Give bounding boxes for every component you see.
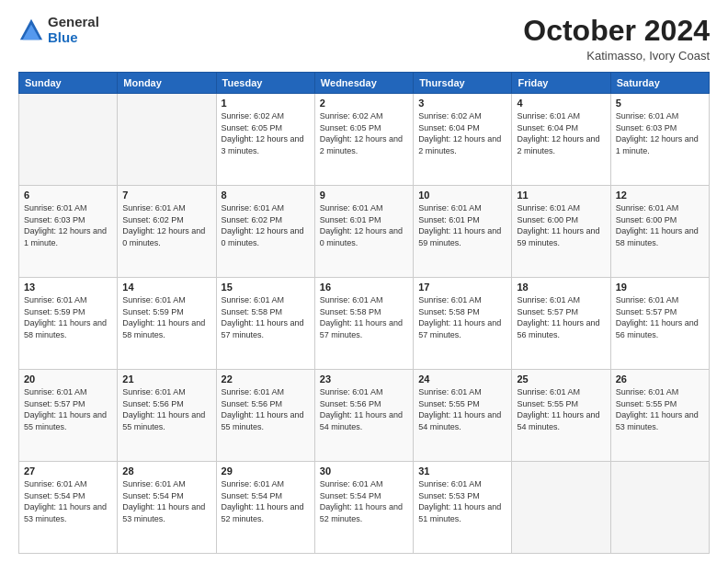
month-title: October 2024 xyxy=(523,15,710,47)
logo-icon xyxy=(18,17,44,43)
title-block: October 2024 Katimasso, Ivory Coast xyxy=(523,15,710,63)
col-monday: Monday xyxy=(118,73,216,94)
day-number: 17 xyxy=(418,282,506,293)
logo-general: General xyxy=(48,15,99,30)
table-row: 28Sunrise: 6:01 AM Sunset: 5:54 PM Dayli… xyxy=(118,462,216,554)
day-info: Sunrise: 6:01 AM Sunset: 6:00 PM Dayligh… xyxy=(616,202,704,248)
col-wednesday: Wednesday xyxy=(314,73,413,94)
day-number: 19 xyxy=(616,282,704,293)
day-number: 8 xyxy=(222,190,310,201)
day-number: 14 xyxy=(122,282,210,293)
day-info: Sunrise: 6:01 AM Sunset: 6:03 PM Dayligh… xyxy=(616,110,704,156)
day-number: 5 xyxy=(616,98,704,109)
header: General Blue October 2024 Katimasso, Ivo… xyxy=(18,15,710,63)
day-number: 2 xyxy=(320,98,408,109)
day-info: Sunrise: 6:02 AM Sunset: 6:05 PM Dayligh… xyxy=(320,110,408,156)
day-number: 29 xyxy=(222,465,310,477)
day-number: 23 xyxy=(320,373,408,385)
day-number: 30 xyxy=(320,465,408,477)
table-row: 30Sunrise: 6:01 AM Sunset: 5:54 PM Dayli… xyxy=(314,462,413,554)
table-row: 7Sunrise: 6:01 AM Sunset: 6:02 PM Daylig… xyxy=(118,186,216,278)
table-row: 25Sunrise: 6:01 AM Sunset: 5:55 PM Dayli… xyxy=(512,370,610,462)
day-info: Sunrise: 6:01 AM Sunset: 6:02 PM Dayligh… xyxy=(222,202,310,248)
table-row: 19Sunrise: 6:01 AM Sunset: 5:57 PM Dayli… xyxy=(610,278,709,370)
location-subtitle: Katimasso, Ivory Coast xyxy=(523,49,710,63)
col-thursday: Thursday xyxy=(414,73,512,94)
table-row: 2Sunrise: 6:02 AM Sunset: 6:05 PM Daylig… xyxy=(314,94,413,186)
table-row: 8Sunrise: 6:01 AM Sunset: 6:02 PM Daylig… xyxy=(216,186,314,278)
day-number: 10 xyxy=(418,190,506,201)
day-number: 6 xyxy=(24,190,112,201)
day-number: 20 xyxy=(24,373,112,385)
day-info: Sunrise: 6:01 AM Sunset: 6:02 PM Dayligh… xyxy=(122,202,210,248)
table-row xyxy=(610,462,709,554)
day-number: 27 xyxy=(24,465,112,477)
logo-blue: Blue xyxy=(48,30,99,46)
day-info: Sunrise: 6:01 AM Sunset: 5:54 PM Dayligh… xyxy=(122,478,210,524)
table-row: 27Sunrise: 6:01 AM Sunset: 5:54 PM Dayli… xyxy=(19,462,118,554)
day-info: Sunrise: 6:01 AM Sunset: 5:59 PM Dayligh… xyxy=(122,294,210,340)
calendar-table: Sunday Monday Tuesday Wednesday Thursday… xyxy=(18,72,710,554)
table-row xyxy=(19,94,118,186)
day-info: Sunrise: 6:01 AM Sunset: 5:54 PM Dayligh… xyxy=(320,478,408,524)
calendar-week-row: 6Sunrise: 6:01 AM Sunset: 6:03 PM Daylig… xyxy=(19,186,710,278)
table-row: 20Sunrise: 6:01 AM Sunset: 5:57 PM Dayli… xyxy=(19,370,118,462)
table-row: 14Sunrise: 6:01 AM Sunset: 5:59 PM Dayli… xyxy=(118,278,216,370)
col-tuesday: Tuesday xyxy=(216,73,314,94)
day-number: 18 xyxy=(517,282,605,293)
table-row: 17Sunrise: 6:01 AM Sunset: 5:58 PM Dayli… xyxy=(414,278,512,370)
day-number: 31 xyxy=(418,465,506,477)
calendar-week-row: 20Sunrise: 6:01 AM Sunset: 5:57 PM Dayli… xyxy=(19,370,710,462)
table-row xyxy=(118,94,216,186)
day-number: 21 xyxy=(122,373,210,385)
day-info: Sunrise: 6:01 AM Sunset: 5:58 PM Dayligh… xyxy=(222,294,310,340)
calendar-week-row: 13Sunrise: 6:01 AM Sunset: 5:59 PM Dayli… xyxy=(19,278,710,370)
day-number: 16 xyxy=(320,282,408,293)
day-info: Sunrise: 6:01 AM Sunset: 6:01 PM Dayligh… xyxy=(418,202,506,248)
table-row: 24Sunrise: 6:01 AM Sunset: 5:55 PM Dayli… xyxy=(414,370,512,462)
table-row: 1Sunrise: 6:02 AM Sunset: 6:05 PM Daylig… xyxy=(216,94,314,186)
day-number: 25 xyxy=(517,373,605,385)
day-number: 22 xyxy=(222,373,310,385)
day-number: 26 xyxy=(616,373,704,385)
table-row: 21Sunrise: 6:01 AM Sunset: 5:56 PM Dayli… xyxy=(118,370,216,462)
table-row: 4Sunrise: 6:01 AM Sunset: 6:04 PM Daylig… xyxy=(512,94,610,186)
table-row: 11Sunrise: 6:01 AM Sunset: 6:00 PM Dayli… xyxy=(512,186,610,278)
day-info: Sunrise: 6:01 AM Sunset: 5:54 PM Dayligh… xyxy=(222,478,310,524)
day-info: Sunrise: 6:01 AM Sunset: 5:57 PM Dayligh… xyxy=(616,294,704,340)
day-info: Sunrise: 6:01 AM Sunset: 5:55 PM Dayligh… xyxy=(418,386,506,432)
table-row: 13Sunrise: 6:01 AM Sunset: 5:59 PM Dayli… xyxy=(19,278,118,370)
calendar-week-row: 1Sunrise: 6:02 AM Sunset: 6:05 PM Daylig… xyxy=(19,94,710,186)
table-row: 18Sunrise: 6:01 AM Sunset: 5:57 PM Dayli… xyxy=(512,278,610,370)
day-info: Sunrise: 6:01 AM Sunset: 5:59 PM Dayligh… xyxy=(24,294,112,340)
table-row: 22Sunrise: 6:01 AM Sunset: 5:56 PM Dayli… xyxy=(216,370,314,462)
table-row: 5Sunrise: 6:01 AM Sunset: 6:03 PM Daylig… xyxy=(610,94,709,186)
table-row: 16Sunrise: 6:01 AM Sunset: 5:58 PM Dayli… xyxy=(314,278,413,370)
table-row: 9Sunrise: 6:01 AM Sunset: 6:01 PM Daylig… xyxy=(314,186,413,278)
day-info: Sunrise: 6:01 AM Sunset: 5:58 PM Dayligh… xyxy=(320,294,408,340)
day-info: Sunrise: 6:01 AM Sunset: 6:01 PM Dayligh… xyxy=(320,202,408,248)
day-number: 11 xyxy=(517,190,605,201)
table-row xyxy=(512,462,610,554)
day-number: 24 xyxy=(418,373,506,385)
table-row: 12Sunrise: 6:01 AM Sunset: 6:00 PM Dayli… xyxy=(610,186,709,278)
day-info: Sunrise: 6:01 AM Sunset: 5:56 PM Dayligh… xyxy=(122,386,210,432)
logo: General Blue xyxy=(18,15,99,45)
day-info: Sunrise: 6:01 AM Sunset: 6:03 PM Dayligh… xyxy=(24,202,112,248)
day-info: Sunrise: 6:01 AM Sunset: 5:56 PM Dayligh… xyxy=(222,386,310,432)
table-row: 23Sunrise: 6:01 AM Sunset: 5:56 PM Dayli… xyxy=(314,370,413,462)
day-info: Sunrise: 6:01 AM Sunset: 5:55 PM Dayligh… xyxy=(616,386,704,432)
day-info: Sunrise: 6:01 AM Sunset: 5:53 PM Dayligh… xyxy=(418,478,506,524)
day-info: Sunrise: 6:01 AM Sunset: 6:00 PM Dayligh… xyxy=(517,202,605,248)
day-info: Sunrise: 6:01 AM Sunset: 5:56 PM Dayligh… xyxy=(320,386,408,432)
col-saturday: Saturday xyxy=(610,73,709,94)
table-row: 3Sunrise: 6:02 AM Sunset: 6:04 PM Daylig… xyxy=(414,94,512,186)
table-row: 26Sunrise: 6:01 AM Sunset: 5:55 PM Dayli… xyxy=(610,370,709,462)
day-number: 28 xyxy=(122,465,210,477)
day-info: Sunrise: 6:01 AM Sunset: 5:57 PM Dayligh… xyxy=(517,294,605,340)
day-number: 3 xyxy=(418,98,506,109)
table-row: 15Sunrise: 6:01 AM Sunset: 5:58 PM Dayli… xyxy=(216,278,314,370)
day-number: 15 xyxy=(222,282,310,293)
day-number: 4 xyxy=(517,98,605,109)
day-number: 13 xyxy=(24,282,112,293)
